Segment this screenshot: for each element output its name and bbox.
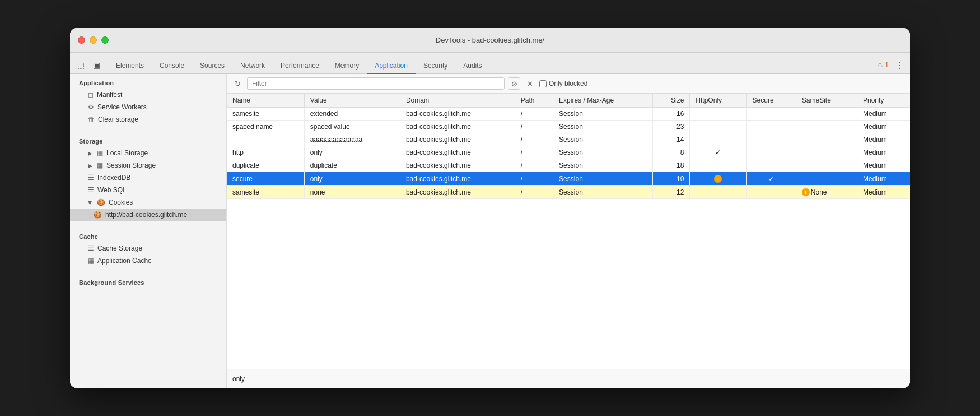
bg-services-section-header: Background Services xyxy=(70,274,226,288)
cell-row3-col1: only xyxy=(304,146,400,159)
cell-row1-priority: Medium xyxy=(857,121,910,133)
cell-row2-col0 xyxy=(227,133,304,146)
cell-row6-priority: Medium xyxy=(857,186,910,199)
cell-row6-col1: none xyxy=(304,186,400,199)
application-cache-label: Application Cache xyxy=(97,257,152,265)
warning-badge[interactable]: ⚠ 1 xyxy=(877,61,889,69)
right-toolbar: ⚠ 1 ⋮ xyxy=(877,59,906,73)
col-header-secure[interactable]: Secure xyxy=(746,94,796,108)
cell-row0-col2: bad-cookies.glitch.me xyxy=(400,108,515,121)
titlebar: DevTools - bad-cookies.glitch.me/ xyxy=(70,28,910,53)
sidebar-item-indexeddb[interactable]: ☰ IndexedDB xyxy=(70,172,226,184)
cell-row1-col1: spaced value xyxy=(304,121,400,133)
cell-row2-col3: / xyxy=(515,133,553,146)
tab-console[interactable]: Console xyxy=(152,58,192,74)
cell-row6-secure xyxy=(746,186,796,199)
maximize-button[interactable] xyxy=(101,36,109,44)
session-storage-arrow: ▶ xyxy=(88,163,92,169)
cell-row1-size: 23 xyxy=(653,121,690,133)
cookie-table-body: samesiteextendedbad-cookies.glitch.me/Se… xyxy=(227,108,910,199)
filter-bar: ↻ ⊘ ✕ Only blocked xyxy=(227,74,910,94)
sidebar-item-cache-storage[interactable]: ☰ Cache Storage xyxy=(70,242,226,255)
cell-row1-httponly xyxy=(690,121,746,133)
clear-filter-icon[interactable]: ✕ xyxy=(524,77,536,90)
col-header-name[interactable]: Name xyxy=(227,94,304,108)
table-row[interactable]: secureonlybad-cookies.glitch.me/Session1… xyxy=(227,172,910,186)
cursor-icon[interactable]: ⬚ xyxy=(74,59,87,71)
clear-storage-icon: 🗑 xyxy=(88,115,95,123)
col-header-value[interactable]: Value xyxy=(304,94,400,108)
sidebar-item-manifest[interactable]: ◻ Manifest xyxy=(70,89,226,101)
col-header-domain[interactable]: Domain xyxy=(400,94,515,108)
close-button[interactable] xyxy=(78,36,85,44)
cell-row0-httponly xyxy=(690,108,746,121)
cell-row4-col4: Session xyxy=(553,159,653,172)
cookie-table: Name Value Domain Path Expires / Max-Age… xyxy=(227,94,910,199)
tab-security[interactable]: Security xyxy=(416,58,455,74)
device-icon[interactable]: ▣ xyxy=(90,59,102,71)
col-header-path[interactable]: Path xyxy=(515,94,553,108)
sidebar-item-session-storage[interactable]: ▶ ▦ Session Storage xyxy=(70,159,226,172)
table-row[interactable]: samesitenonebad-cookies.glitch.me/Sessio… xyxy=(227,186,910,199)
cell-row4-priority: Medium xyxy=(857,159,910,172)
col-header-httponly[interactable]: HttpOnly xyxy=(690,94,746,108)
more-options-icon[interactable]: ⋮ xyxy=(893,59,906,71)
cell-row0-col1: extended xyxy=(304,108,400,121)
sidebar-item-local-storage[interactable]: ▶ ▦ Local Storage xyxy=(70,147,226,159)
sidebar-item-service-workers[interactable]: ⚙ Service Workers xyxy=(70,101,226,113)
cell-row1-col2: bad-cookies.glitch.me xyxy=(400,121,515,133)
tab-elements[interactable]: Elements xyxy=(108,58,152,74)
only-blocked-checkbox[interactable] xyxy=(539,80,547,87)
sidebar-item-application-cache[interactable]: ▦ Application Cache xyxy=(70,255,226,267)
cell-row2-col4: Session xyxy=(553,133,653,146)
block-icon[interactable]: ⊘ xyxy=(508,77,520,90)
warning-count: 1 xyxy=(885,61,889,69)
sidebar-item-web-sql[interactable]: ☰ Web SQL xyxy=(70,184,226,196)
web-sql-label: Web SQL xyxy=(97,186,127,194)
tab-audits[interactable]: Audits xyxy=(455,58,489,74)
col-header-expires[interactable]: Expires / Max-Age xyxy=(553,94,653,108)
traffic-lights xyxy=(78,36,109,44)
cell-row0-samesite xyxy=(796,108,857,121)
tab-network[interactable]: Network xyxy=(232,58,273,74)
cell-row5-samesite xyxy=(796,172,857,186)
table-row[interactable]: spaced namespaced valuebad-cookies.glitc… xyxy=(227,121,910,133)
cell-row6-col3: / xyxy=(515,186,553,199)
tab-memory[interactable]: Memory xyxy=(327,58,367,74)
cell-row4-secure xyxy=(746,159,796,172)
indexeddb-label: IndexedDB xyxy=(97,174,130,182)
col-header-priority[interactable]: Priority xyxy=(857,94,910,108)
service-workers-icon: ⚙ xyxy=(88,103,94,111)
warning-icon: ⚠ xyxy=(877,61,883,69)
sidebar-item-cookies-url[interactable]: 🍪 http://bad-cookies.glitch.me xyxy=(70,209,226,221)
tab-sources[interactable]: Sources xyxy=(192,58,232,74)
tab-application[interactable]: Application xyxy=(367,58,416,74)
filter-input[interactable] xyxy=(247,77,505,90)
tab-performance[interactable]: Performance xyxy=(273,58,327,74)
refresh-icon[interactable]: ↻ xyxy=(231,77,244,90)
table-row[interactable]: duplicateduplicatebad-cookies.glitch.me/… xyxy=(227,159,910,172)
value-bar: only xyxy=(227,369,910,388)
table-row[interactable]: httponlybad-cookies.glitch.me/Session8✓M… xyxy=(227,146,910,159)
cell-row5-size: 10 xyxy=(653,172,690,186)
clear-storage-label: Clear storage xyxy=(98,115,138,123)
minimize-button[interactable] xyxy=(90,36,97,44)
col-header-size[interactable]: Size xyxy=(653,94,690,108)
window-title: DevTools - bad-cookies.glitch.me/ xyxy=(436,36,544,44)
cell-row3-samesite xyxy=(796,146,857,159)
devtools-body: Application ◻ Manifest ⚙ Service Workers… xyxy=(70,74,910,388)
cell-row5-col4: Session xyxy=(553,172,653,186)
sidebar-item-clear-storage[interactable]: 🗑 Clear storage xyxy=(70,113,226,126)
cell-row5-col1: only xyxy=(304,172,400,186)
only-blocked-label[interactable]: Only blocked xyxy=(539,80,587,87)
session-storage-icon: ▦ xyxy=(97,161,103,169)
col-header-samesite[interactable]: SameSite xyxy=(796,94,857,108)
cell-row1-col3: / xyxy=(515,121,553,133)
cell-row2-secure xyxy=(746,133,796,146)
cell-row1-samesite xyxy=(796,121,857,133)
table-row[interactable]: samesiteextendedbad-cookies.glitch.me/Se… xyxy=(227,108,910,121)
table-row[interactable]: aaaaaaaaaaaaaabad-cookies.glitch.me/Sess… xyxy=(227,133,910,146)
cookies-label: Cookies xyxy=(109,198,133,206)
sidebar-item-cookies[interactable]: ▶ 🍪 Cookies xyxy=(70,196,226,209)
cell-row3-col0: http xyxy=(227,146,304,159)
